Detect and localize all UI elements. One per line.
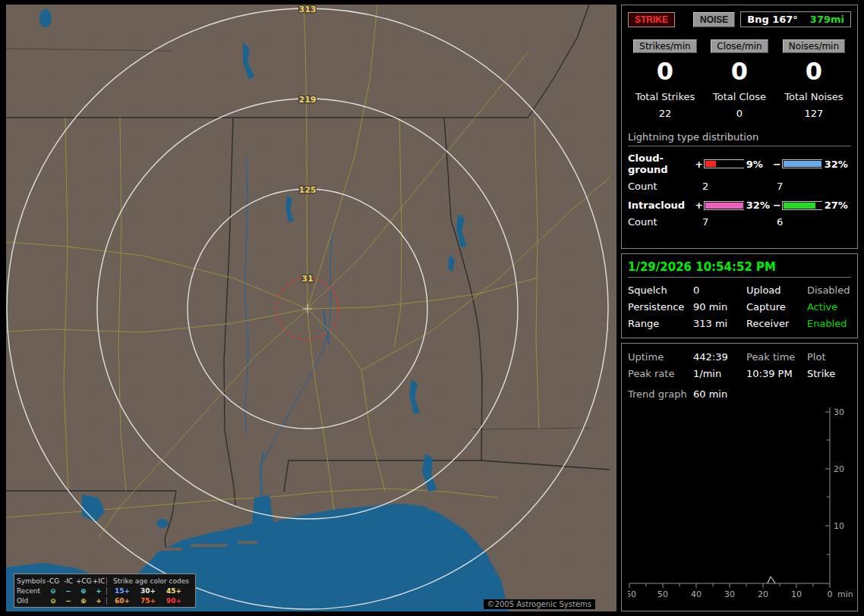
uptime-value: 442:39 — [693, 351, 746, 363]
divider — [628, 146, 851, 146]
legend-old-row: Old ⊖ − ⊕ + 60+ 75+ 90+ — [17, 596, 193, 605]
age-15: 15+ — [109, 587, 135, 595]
legend-col-pos-cg: +CG — [76, 577, 91, 585]
pos-cg-icon: ⊕ — [76, 587, 91, 595]
trend-spike — [768, 577, 775, 583]
map-view[interactable]: 313 219 125 31 Symbols -CG -IC +CG +IC S… — [6, 5, 616, 611]
x-tick-10: 10 — [791, 589, 802, 599]
map-legend: Symbols -CG -IC +CG +IC Strike age color… — [14, 574, 196, 608]
current-timestamp: 1/29/2026 10:54:52 PM — [628, 260, 851, 274]
legend-recent-label: Recent — [17, 587, 46, 595]
cg-plus-count: 2 — [702, 181, 777, 192]
neg-cg-icon: ⊖ — [46, 587, 61, 595]
divider — [628, 277, 851, 278]
cloud-ground-count-row: Count 2 7 — [628, 181, 851, 192]
y-tick-10: 10 — [834, 521, 844, 531]
count-label: Count — [628, 181, 702, 192]
ring-label-31: 31 — [301, 274, 313, 284]
upload-label: Upload — [746, 284, 807, 296]
intracloud-row: Intracloud + 32% − 27% — [628, 200, 851, 211]
plus-sign: + — [695, 159, 704, 170]
plot-value: Strike — [807, 368, 853, 379]
range-value: 313 mi — [693, 318, 746, 329]
age-90: 90+ — [161, 597, 187, 605]
total-noises-value: 127 — [805, 108, 824, 119]
noise-mode-button[interactable]: NOISE — [693, 12, 735, 27]
map-svg: 313 219 125 31 — [6, 5, 616, 611]
legend-symbols-header: Symbols — [17, 577, 46, 585]
bearing-value: Bng 167° — [747, 14, 798, 25]
stats-grid: Uptime 442:39 Peak time Plot Peak rate 1… — [628, 351, 853, 379]
squelch-label: Squelch — [628, 284, 693, 296]
minus-sign: − — [773, 200, 782, 211]
total-close-value: 0 — [736, 108, 743, 119]
range-label: Range — [628, 318, 693, 329]
lightning-tracker-app: 313 219 125 31 Symbols -CG -IC +CG +IC S… — [0, 0, 864, 616]
ic-plus-fill — [705, 203, 743, 209]
total-strikes-value: 22 — [659, 108, 672, 119]
ic-minus-count: 6 — [777, 216, 851, 228]
plot-label: Plot — [807, 351, 853, 363]
cg-plus-pct: 9% — [744, 159, 773, 170]
cloud-ground-label: Cloud-ground — [628, 152, 695, 175]
squelch-value: 0 — [693, 284, 746, 296]
ic-minus-bar — [782, 201, 822, 210]
legend-col-neg-cg: -CG — [46, 577, 61, 585]
y-tick-20: 20 — [834, 464, 844, 474]
age-75: 75+ — [135, 597, 161, 605]
pos-ic-icon: + — [91, 597, 106, 605]
x-tick-20: 20 — [758, 589, 768, 599]
peak-time-label: Peak time — [746, 351, 807, 363]
uptime-label: Uptime — [628, 351, 693, 363]
legend-old-label: Old — [17, 597, 46, 605]
legend-old-ages: 60+ 75+ 90+ — [106, 597, 193, 605]
cg-minus-bar — [782, 159, 822, 168]
legend-header-row: Symbols -CG -IC +CG +IC Strike age color… — [17, 576, 193, 586]
x-tick-0: 0 — [828, 589, 833, 599]
ic-plus-bar — [704, 201, 744, 210]
ic-minus-pct: 27% — [822, 200, 851, 211]
counters-section: STRIKE NOISE Bng 167° 379mi Strikes/min … — [621, 5, 858, 249]
legend-age-header: Strike age color codes — [106, 577, 193, 585]
ring-label-125: 125 — [299, 185, 317, 195]
strikes-per-min-value: 0 — [657, 59, 673, 83]
x-tick-30: 30 — [724, 589, 735, 599]
x-tick-40: 40 — [691, 589, 702, 599]
cg-plus-fill — [705, 161, 716, 167]
upload-status: Disabled — [807, 284, 851, 296]
strikes-per-min-counter: Strikes/min 0 Total Strikes 22 — [628, 39, 702, 119]
trend-graph-row: Trend graph 60 min — [628, 388, 853, 400]
noises-per-min-counter: Noises/min 0 Total Noises 127 — [777, 39, 851, 119]
minus-sign: − — [773, 159, 782, 170]
trend-section: Uptime 442:39 Peak time Plot Peak rate 1… — [621, 343, 858, 611]
age-45: 45+ — [161, 587, 187, 595]
plus-sign: + — [695, 200, 704, 211]
receiver-label: Receiver — [746, 318, 807, 329]
neg-ic-icon: − — [61, 587, 76, 595]
ic-plus-count: 7 — [702, 216, 777, 228]
y-tick-30: 30 — [834, 407, 844, 417]
ic-plus-pct: 32% — [744, 200, 773, 211]
ring-label-313: 313 — [299, 5, 317, 14]
x-axis-unit: min — [837, 589, 853, 599]
close-per-min-value: 0 — [731, 59, 748, 83]
rate-counters: Strikes/min 0 Total Strikes 22 Close/min… — [628, 39, 851, 119]
legend-recent-ages: 15+ 30+ 45+ — [106, 587, 193, 595]
legend-col-pos-ic: +IC — [91, 577, 106, 585]
cg-minus-pct: 32% — [822, 159, 851, 170]
x-tick-50: 50 — [657, 589, 668, 599]
intracloud-label: Intracloud — [628, 200, 695, 211]
trend-window-value: 60 min — [693, 388, 853, 400]
status-section: 1/29/2026 10:54:52 PM Squelch 0 Upload D… — [621, 253, 858, 338]
age-60: 60+ — [109, 597, 135, 605]
neg-cg-icon: ⊖ — [46, 597, 61, 605]
cg-plus-bar — [704, 159, 744, 168]
cg-minus-count: 7 — [777, 181, 851, 192]
close-per-min-label: Close/min — [711, 39, 768, 53]
age-30: 30+ — [135, 587, 161, 595]
status-grid: Squelch 0 Upload Disabled Persistence 90… — [628, 284, 851, 329]
strike-mode-button[interactable]: STRIKE — [628, 12, 675, 27]
trend-graph-label: Trend graph — [628, 388, 693, 400]
peak-rate-value: 1/min — [693, 368, 746, 379]
peak-rate-label: Peak rate — [628, 368, 693, 379]
